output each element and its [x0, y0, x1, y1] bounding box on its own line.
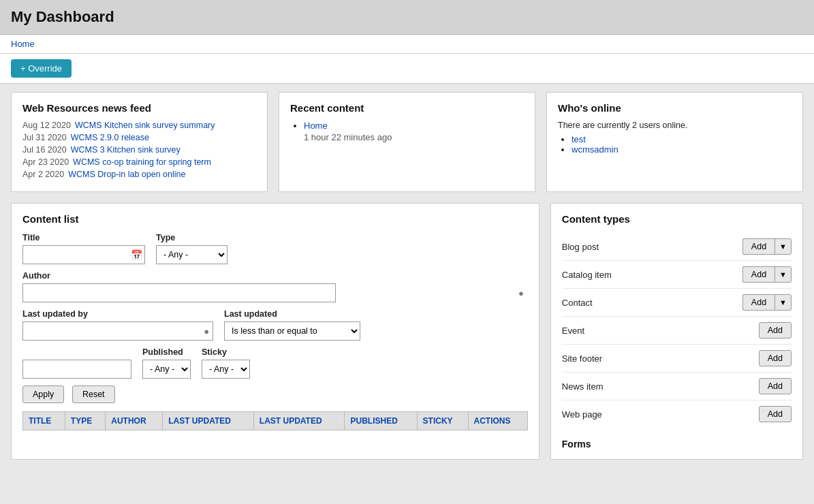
last-updated-by-search-icon: ● — [204, 326, 209, 336]
news-date: Jul 16 2020 — [22, 145, 67, 155]
top-row: Web Resources news feed Aug 12 2020WCMS … — [11, 92, 803, 192]
news-item: Aug 12 2020WCMS Kitchen sink survey summ… — [22, 121, 256, 130]
author-input[interactable] — [22, 283, 336, 302]
published-label: Published — [142, 347, 191, 357]
whos-online-user-link[interactable]: wcmsadmin — [572, 144, 619, 155]
table-header-cell[interactable]: LAST UPDATED — [253, 412, 345, 430]
add-button[interactable]: Add — [759, 406, 792, 422]
news-feed-panel: Web Resources news feed Aug 12 2020WCMS … — [11, 92, 268, 192]
table-header-cell[interactable]: AUTHOR — [106, 412, 163, 430]
content-type-label: Event — [562, 326, 584, 336]
filter-group-last-updated: Last updated Is less than or equal toIs … — [224, 309, 360, 341]
news-link[interactable]: WCMS Kitchen sink survey summary — [75, 121, 215, 130]
news-date: Apr 2 2020 — [22, 170, 64, 179]
last-updated-by-wrap: ● — [22, 321, 213, 341]
add-btn-group: Add — [759, 406, 792, 422]
add-button[interactable]: Add — [742, 266, 774, 283]
last-updated-by-input[interactable] — [22, 321, 213, 341]
content-type-row: News itemAdd — [562, 373, 792, 400]
filter-row-published-sticky: Published - Any -YesNo Sticky - Any -Yes… — [22, 347, 528, 379]
page-header: My Dashboard — [0, 0, 814, 35]
breadcrumb-home-link[interactable]: Home — [11, 39, 35, 49]
filter-group-date — [22, 347, 131, 379]
news-item: Jul 16 2020WCMS 3 Kitchen sink survey — [22, 145, 256, 155]
content-list-panel: Content list Title 📅 Type - Any -Blog po… — [11, 203, 539, 460]
add-btn-group: Add▼ — [742, 294, 792, 311]
filter-group-last-updated-by: Last updated by ● — [22, 309, 213, 341]
filter-group-author: Author ● — [22, 271, 528, 302]
add-button-arrow[interactable]: ▼ — [774, 294, 792, 311]
type-label: Type — [156, 233, 228, 242]
author-label: Author — [22, 271, 528, 281]
add-btn-group: Add — [759, 378, 792, 394]
breadcrumb: Home — [0, 35, 814, 54]
author-search-icon: ● — [518, 288, 524, 298]
published-select[interactable]: - Any -YesNo — [142, 360, 191, 379]
add-button[interactable]: Add — [759, 350, 792, 366]
news-date: Aug 12 2020 — [22, 121, 71, 130]
table-header-cell[interactable]: PUBLISHED — [345, 412, 417, 430]
filter-row-author: Author ● — [22, 271, 528, 302]
add-button[interactable]: Add — [742, 238, 774, 255]
last-updated-label: Last updated — [224, 309, 360, 319]
add-btn-group: Add — [759, 350, 792, 366]
forms-section: Forms — [562, 439, 792, 450]
page-title: My Dashboard — [11, 8, 803, 26]
apply-button[interactable]: Apply — [22, 385, 64, 403]
date-input[interactable] — [22, 360, 131, 379]
type-select[interactable]: - Any -Blog postCatalog itemContactEvent… — [156, 245, 228, 264]
override-button[interactable]: + Override — [11, 59, 72, 78]
filter-group-published: Published - Any -YesNo — [142, 347, 191, 379]
recent-content-list: Home — [290, 121, 524, 131]
title-input-wrap: 📅 — [22, 245, 145, 264]
content-type-label: Contact — [562, 298, 593, 308]
add-button-arrow[interactable]: ▼ — [774, 266, 792, 283]
filter-group-type: Type - Any -Blog postCatalog itemContact… — [156, 233, 228, 264]
title-label: Title — [22, 233, 145, 242]
title-input[interactable] — [22, 245, 145, 264]
table-header-cell[interactable]: TYPE — [65, 412, 105, 430]
news-link[interactable]: WCMS co-op training for spring term — [73, 157, 211, 167]
date-label — [22, 347, 131, 357]
sticky-label: Sticky — [202, 347, 250, 357]
content-types-panel: Content types Blog postAdd▼Catalog itemA… — [550, 203, 803, 460]
add-button[interactable]: Add — [759, 378, 792, 394]
recent-content-timestamp: 1 hour 22 minutes ago — [304, 132, 524, 142]
calendar-icon: 📅 — [131, 249, 142, 260]
add-btn-group: Add▼ — [742, 238, 792, 255]
whos-online-description: There are currently 2 users online. — [558, 121, 792, 130]
table-header-cell[interactable]: LAST UPDATED — [163, 412, 254, 430]
add-button[interactable]: Add — [742, 294, 774, 311]
recent-content-home-link[interactable]: Home — [304, 121, 328, 131]
forms-title: Forms — [562, 439, 792, 450]
reset-button[interactable]: Reset — [72, 385, 115, 403]
table-header-cell[interactable]: STICKY — [417, 412, 468, 430]
content-type-row: ContactAdd▼ — [562, 289, 792, 317]
add-button[interactable]: Add — [759, 322, 792, 338]
last-updated-select[interactable]: Is less than or equal toIs greater than … — [224, 321, 360, 341]
add-button-arrow[interactable]: ▼ — [774, 238, 792, 255]
content-type-row: Site footerAdd — [562, 345, 792, 373]
news-link[interactable]: WCMS 3 Kitchen sink survey — [71, 145, 181, 155]
filter-row-1: Title 📅 Type - Any -Blog postCatalog ite… — [22, 233, 528, 264]
content-type-label: Site footer — [562, 353, 602, 364]
sticky-select[interactable]: - Any -YesNo — [202, 360, 250, 379]
content-type-label: Web page — [562, 409, 602, 420]
author-input-wrap: ● — [22, 283, 528, 302]
add-btn-group: Add — [759, 322, 792, 338]
override-bar: + Override — [0, 54, 814, 84]
content-type-label: Catalog item — [562, 270, 612, 280]
table-header-cell[interactable]: TITLE — [23, 412, 65, 430]
news-link[interactable]: WCMS Drop-in lab open online — [68, 170, 185, 179]
content-type-row: Catalog itemAdd▼ — [562, 261, 792, 289]
whos-online-user-link[interactable]: test — [572, 134, 586, 144]
add-btn-group: Add▼ — [742, 266, 792, 283]
content-types-title: Content types — [562, 213, 792, 225]
recent-content-title: Recent content — [290, 102, 524, 114]
table-header-row: TITLETYPEAUTHORLAST UPDATEDLAST UPDATEDP… — [23, 412, 528, 430]
content-type-row: Web pageAdd — [562, 400, 792, 428]
last-updated-by-label: Last updated by — [22, 309, 213, 319]
table-header-cell[interactable]: ACTIONS — [468, 412, 527, 430]
news-date: Jul 31 2020 — [22, 133, 67, 142]
news-link[interactable]: WCMS 2.9.0 release — [71, 133, 149, 142]
